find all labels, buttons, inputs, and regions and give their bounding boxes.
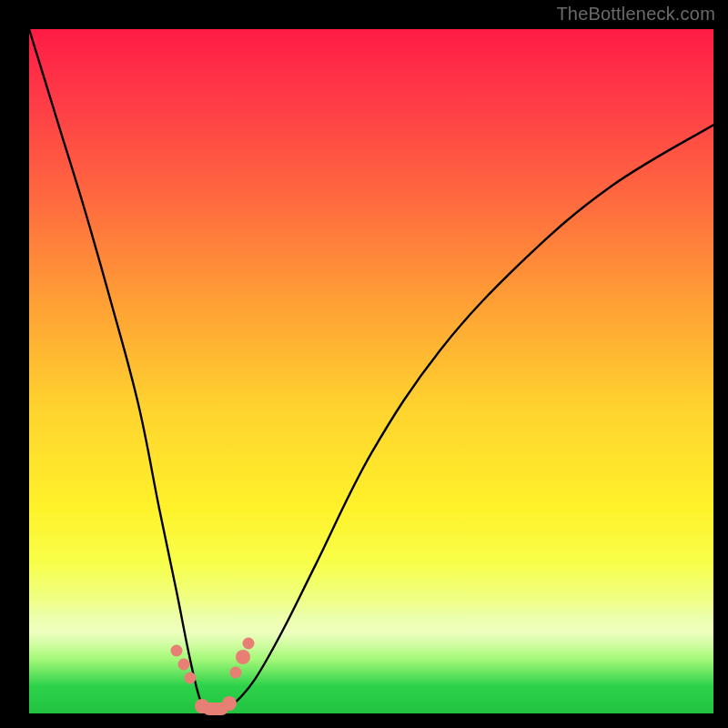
- data-marker: [242, 638, 254, 650]
- bottleneck-curve: [29, 29, 713, 713]
- data-marker: [171, 644, 183, 656]
- data-marker: [230, 666, 242, 678]
- data-marker: [177, 658, 189, 670]
- data-marker-pill: [202, 703, 228, 715]
- data-marker: [185, 672, 197, 683]
- chart-frame: TheBottleneck.com: [0, 0, 728, 728]
- curve-svg: [29, 29, 713, 713]
- plot-area: [29, 29, 713, 713]
- watermark: TheBottleneck.com: [556, 4, 715, 25]
- data-marker: [236, 650, 250, 664]
